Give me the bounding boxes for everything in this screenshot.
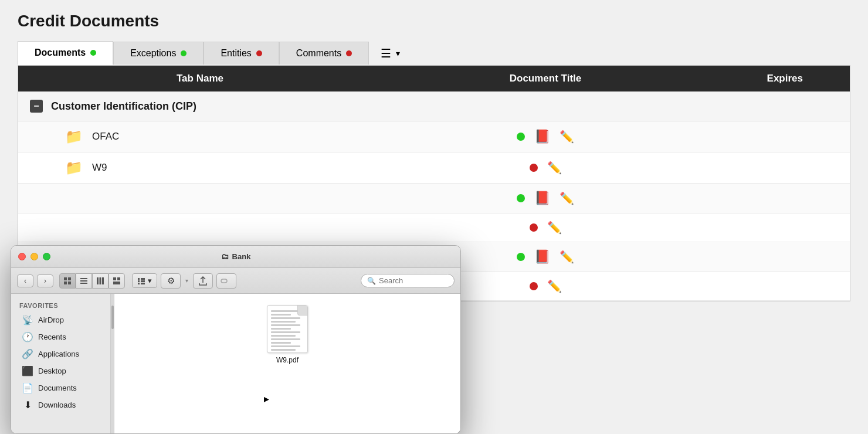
tabs-actions: ☰ ▾ — [381, 46, 400, 60]
file-icon-container — [264, 306, 311, 352]
arrange-dropdown-arrow: ▾ — [148, 276, 152, 285]
forward-button[interactable]: › — [37, 274, 53, 287]
table-row: 📁 OFAC 📕 ✏️ — [18, 121, 850, 152]
sidebar-item-applications[interactable]: 🔗 Applications — [13, 345, 108, 362]
doc-status-cell-4: ✏️ — [370, 221, 721, 235]
pdf-icon-5[interactable]: 📕 — [534, 249, 550, 265]
sidebar-section-label: Favorites — [11, 300, 110, 311]
sidebar-item-documents[interactable]: 📄 Documents — [13, 379, 108, 396]
arrange-main: ▾ — [133, 274, 157, 287]
svg-rect-10 — [113, 282, 120, 284]
section-title: Customer Identification (CIP) — [51, 100, 196, 113]
view-list-button[interactable] — [76, 273, 92, 289]
doc-name-cell-w9: 📁 W9 — [30, 160, 370, 176]
sidebar-item-airdrop[interactable]: 📡 AirDrop — [13, 311, 108, 328]
svg-rect-19 — [221, 279, 227, 283]
svg-rect-16 — [141, 278, 145, 280]
view-gallery-button[interactable] — [108, 273, 125, 289]
doc-status-cell-ofac: 📕 ✏️ — [370, 129, 721, 144]
finder-toolbar: ‹ › ▾ ⚙ ▾ — [11, 268, 460, 294]
share-button[interactable] — [193, 273, 213, 289]
pdf-icon-3[interactable]: 📕 — [534, 191, 550, 206]
table-row: 📁 W9 ✏️ — [18, 152, 850, 184]
finder-body: Favorites 📡 AirDrop 🕐 Recents 🔗 Applicat… — [11, 294, 460, 433]
sidebar-item-downloads-label: Downloads — [38, 401, 76, 409]
file-item-w9[interactable]: W9.pdf — [126, 306, 449, 364]
menu-icon[interactable]: ☰ — [381, 46, 391, 60]
finder-window: 🗂 Bank ‹ › ▾ ⚙ ▾ — [11, 245, 461, 434]
svg-rect-15 — [138, 283, 140, 284]
pdf-line — [271, 321, 296, 323]
tab-documents[interactable]: Documents — [18, 41, 113, 65]
collapse-button[interactable]: − — [30, 100, 43, 113]
tab-comments[interactable]: Comments — [279, 42, 369, 65]
view-icon-button[interactable] — [59, 273, 76, 289]
view-column-button[interactable] — [92, 273, 108, 289]
header-expires: Expires — [721, 73, 838, 84]
window-close-button[interactable] — [18, 253, 26, 260]
finder-titlebar: 🗂 Bank — [11, 246, 460, 268]
section-header-cip: − Customer Identification (CIP) — [18, 91, 850, 121]
tab-entities[interactable]: Entities — [204, 42, 279, 65]
svg-rect-18 — [141, 283, 145, 284]
edit-icon-3[interactable]: ✏️ — [560, 191, 574, 205]
search-input[interactable] — [379, 276, 449, 285]
tab-exceptions-dot — [181, 50, 187, 56]
search-icon: 🔍 — [367, 277, 376, 285]
tab-exceptions[interactable]: Exceptions — [113, 42, 204, 65]
gear-dropdown-arrow: ▾ — [185, 277, 188, 284]
sidebar-item-recents[interactable]: 🕐 Recents — [13, 328, 108, 345]
arrange-button[interactable]: ▾ — [132, 273, 157, 288]
pdf-line — [271, 342, 291, 344]
finder-search-bar[interactable]: 🔍 — [361, 274, 455, 287]
view-buttons — [59, 273, 125, 289]
sidebar-item-documents-label: Documents — [38, 384, 77, 392]
sidebar-item-airdrop-label: AirDrop — [38, 316, 64, 324]
svg-rect-13 — [138, 278, 140, 280]
tab-documents-label: Documents — [35, 48, 86, 58]
doc-name-cell-ofac: 📁 OFAC — [30, 128, 370, 145]
pdf-line — [271, 345, 300, 347]
edit-icon-ofac[interactable]: ✏️ — [560, 130, 574, 144]
pdf-line — [271, 338, 300, 340]
tab-comments-dot — [346, 50, 352, 56]
finder-title-text: Bank — [232, 252, 251, 261]
status-dot-4 — [530, 223, 538, 232]
tab-comments-label: Comments — [296, 48, 341, 59]
svg-rect-5 — [80, 280, 87, 282]
recents-icon: 🕐 — [22, 331, 33, 343]
finder-title-icon: 🗂 — [221, 252, 229, 261]
edit-icon-5[interactable]: ✏️ — [560, 250, 574, 264]
svg-rect-4 — [80, 278, 87, 279]
sidebar-item-downloads[interactable]: ⬇ Downloads — [13, 396, 108, 413]
page-title: Credit Documents — [18, 12, 850, 30]
svg-rect-11 — [113, 277, 116, 280]
sidebar-item-desktop-label: Desktop — [38, 367, 66, 375]
pdf-line — [271, 331, 300, 333]
edit-icon-6[interactable]: ✏️ — [547, 279, 562, 293]
sidebar-item-desktop[interactable]: ⬛ Desktop — [13, 362, 108, 379]
tags-button[interactable] — [216, 273, 236, 289]
doc-name-w9: W9 — [92, 162, 107, 174]
edit-icon-w9[interactable]: ✏️ — [547, 161, 562, 175]
status-dot-3 — [517, 194, 525, 202]
status-dot-w9 — [530, 164, 538, 172]
svg-rect-3 — [68, 282, 71, 284]
pdf-line — [271, 349, 296, 351]
doc-name-ofac: OFAC — [92, 131, 119, 143]
table-header: Tab Name Document Title Expires — [18, 66, 850, 91]
tab-exceptions-label: Exceptions — [130, 48, 176, 59]
edit-icon-4[interactable]: ✏️ — [547, 221, 562, 235]
pdf-icon-ofac[interactable]: 📕 — [534, 129, 550, 144]
dropdown-icon[interactable]: ▾ — [396, 49, 400, 58]
folder-icon-w9: 📁 — [65, 160, 83, 176]
applications-icon: 🔗 — [22, 348, 33, 360]
window-minimize-button[interactable] — [30, 253, 38, 260]
window-maximize-button[interactable] — [43, 253, 50, 260]
gear-button[interactable]: ⚙ — [161, 273, 181, 289]
finder-title: 🗂 Bank — [221, 252, 251, 261]
svg-rect-8 — [100, 277, 101, 284]
header-document-title: Document Title — [370, 73, 721, 84]
pdf-line — [271, 335, 296, 337]
back-button[interactable]: ‹ — [17, 274, 33, 287]
